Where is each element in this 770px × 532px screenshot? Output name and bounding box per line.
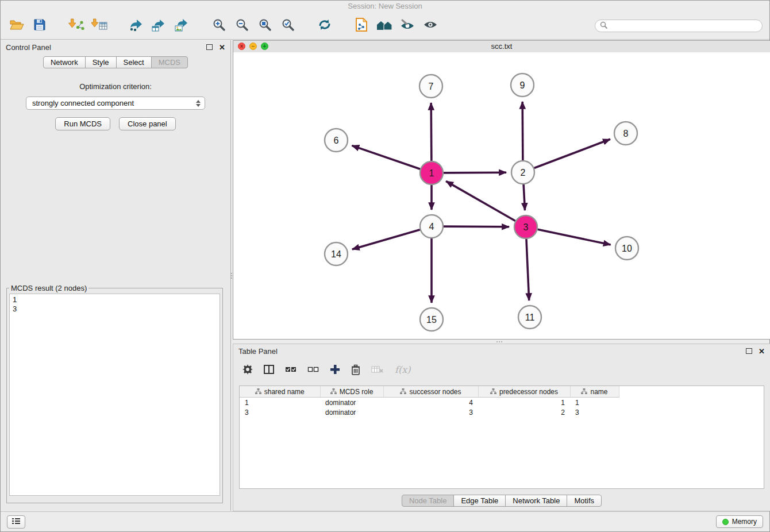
tab-mcds[interactable]: MCDS — [151, 56, 188, 68]
first-neighbors-button[interactable] — [352, 16, 371, 36]
edge-2-8[interactable] — [534, 139, 610, 168]
show-columns-icon[interactable] — [264, 365, 274, 374]
close-panel-button[interactable]: Close panel — [119, 117, 176, 130]
edge-3-1[interactable] — [446, 181, 515, 221]
edge-4-3[interactable] — [444, 226, 509, 227]
edge-4-14[interactable] — [352, 230, 420, 249]
tab-network[interactable]: Network — [43, 56, 86, 68]
open-session-button[interactable] — [7, 16, 26, 36]
graph-node-1[interactable]: 1 — [420, 161, 443, 184]
graph-node-9[interactable]: 9 — [511, 74, 534, 97]
style-preview-button[interactable] — [398, 16, 417, 36]
tab-node-table[interactable]: Node Table — [402, 495, 455, 507]
graph-node-2[interactable]: 2 — [511, 161, 534, 184]
close-panel-icon[interactable]: ✕ — [219, 44, 225, 51]
mcds-result-list[interactable]: 13 — [9, 294, 220, 496]
search-input[interactable] — [610, 21, 757, 30]
delete-table-icon[interactable] — [371, 365, 384, 373]
table-cell[interactable]: 3 — [570, 407, 619, 417]
optimization-criterion-label: Optimization criterion: — [1, 82, 230, 91]
tab-select[interactable]: Select — [116, 56, 152, 68]
import-network-button[interactable] — [67, 16, 86, 36]
edge-2-9[interactable] — [522, 102, 523, 160]
export-table-icon — [151, 18, 167, 34]
table-panel-tabs: Node TableEdge TableNetwork TableMotifs — [233, 495, 770, 507]
function-builder-icon[interactable]: f(x) — [395, 364, 410, 375]
deselect-all-rows-icon[interactable] — [307, 365, 319, 373]
task-history-button[interactable] — [7, 515, 25, 529]
tab-network-table[interactable]: Network Table — [505, 495, 567, 507]
node-table-container: shared nameMCDS rolesuccessor nodesprede… — [239, 385, 764, 489]
run-mcds-button[interactable]: Run MCDS — [55, 117, 110, 130]
show-hide-panels-button[interactable] — [375, 16, 394, 36]
table-cell[interactable]: 4 — [383, 398, 478, 408]
column-header-shared-name[interactable]: shared name — [240, 386, 320, 398]
import-table-button[interactable] — [90, 16, 109, 36]
graph-node-10[interactable]: 10 — [615, 237, 638, 260]
network-canvas[interactable]: 7968124314101511 — [233, 52, 770, 339]
tab-style[interactable]: Style — [85, 56, 117, 68]
network-graph[interactable]: 7968124314101511 — [233, 52, 770, 339]
graph-node-8[interactable]: 8 — [614, 122, 637, 145]
float-panel-icon[interactable] — [206, 44, 213, 50]
column-header-name[interactable]: name — [570, 386, 619, 398]
vertical-splitter-handle[interactable] — [230, 268, 233, 283]
criterion-dropdown[interactable]: strongly connected component — [26, 97, 205, 110]
tab-motifs[interactable]: Motifs — [567, 495, 602, 507]
apply-layout-button[interactable] — [315, 16, 334, 36]
table-cell[interactable]: 3 — [383, 407, 478, 417]
zoom-fit-button[interactable] — [256, 16, 274, 36]
column-header-predecessor-nodes[interactable]: predecessor nodes — [478, 386, 570, 398]
tab-edge-table[interactable]: Edge Table — [453, 495, 506, 507]
graph-node-11[interactable]: 11 — [518, 306, 541, 329]
table-cell[interactable]: 2 — [478, 407, 570, 417]
table-cell[interactable]: 1 — [478, 398, 570, 408]
delete-trash-icon[interactable] — [351, 364, 360, 375]
zoom-selected-button[interactable] — [279, 16, 297, 36]
memory-button[interactable]: Memory — [716, 515, 763, 528]
edge-3-11[interactable] — [526, 239, 529, 300]
column-type-icon — [581, 388, 587, 396]
table-cell[interactable]: dominator — [320, 407, 383, 417]
graph-node-14[interactable]: 14 — [325, 242, 348, 265]
graph-node-15[interactable]: 15 — [420, 308, 443, 331]
close-window-icon[interactable]: × — [238, 43, 245, 50]
svg-text:6: 6 — [334, 136, 339, 145]
save-session-button[interactable] — [30, 16, 49, 36]
mcds-result-item[interactable]: 3 — [13, 304, 217, 314]
table-settings-gear-icon[interactable] — [242, 364, 253, 375]
minimize-window-icon[interactable]: − — [249, 43, 257, 50]
column-header-mcds-role[interactable]: MCDS role — [320, 386, 383, 398]
graph-node-7[interactable]: 7 — [419, 75, 442, 98]
edge-1-2[interactable] — [444, 172, 506, 173]
float-table-panel-icon[interactable] — [746, 348, 752, 354]
export-network-button[interactable] — [127, 16, 145, 36]
table-row[interactable]: 3dominator323 — [240, 407, 619, 417]
close-table-panel-icon[interactable]: ✕ — [759, 348, 765, 355]
edge-1-7[interactable] — [431, 103, 432, 161]
export-image-button[interactable] — [173, 16, 191, 36]
search-field[interactable] — [595, 20, 763, 32]
add-column-plus-icon[interactable] — [330, 364, 340, 375]
edge-3-10[interactable] — [538, 229, 611, 245]
graph-node-3[interactable]: 3 — [514, 215, 537, 238]
edge-1-6[interactable] — [352, 145, 420, 169]
export-table-button[interactable] — [150, 16, 168, 36]
graph-node-4[interactable]: 4 — [420, 215, 443, 238]
horizontal-splitter-handle[interactable] — [492, 340, 507, 343]
mcds-result-item[interactable]: 1 — [13, 295, 217, 304]
edge-2-3[interactable] — [523, 184, 525, 210]
show-graphics-details-button[interactable] — [421, 16, 440, 36]
table-cell[interactable]: 1 — [570, 398, 619, 408]
zoom-out-button[interactable] — [233, 16, 251, 36]
zoom-in-button[interactable] — [210, 16, 228, 36]
column-header-successor-nodes[interactable]: successor nodes — [383, 386, 478, 398]
zoom-window-icon[interactable]: + — [261, 43, 268, 50]
graph-node-6[interactable]: 6 — [325, 129, 348, 152]
column-type-icon — [400, 388, 406, 396]
table-cell[interactable]: 3 — [240, 407, 320, 417]
select-all-rows-icon[interactable] — [285, 365, 297, 373]
table-cell[interactable]: 1 — [240, 398, 320, 408]
table-row[interactable]: 1dominator411 — [240, 398, 619, 408]
table-cell[interactable]: dominator — [320, 398, 383, 408]
